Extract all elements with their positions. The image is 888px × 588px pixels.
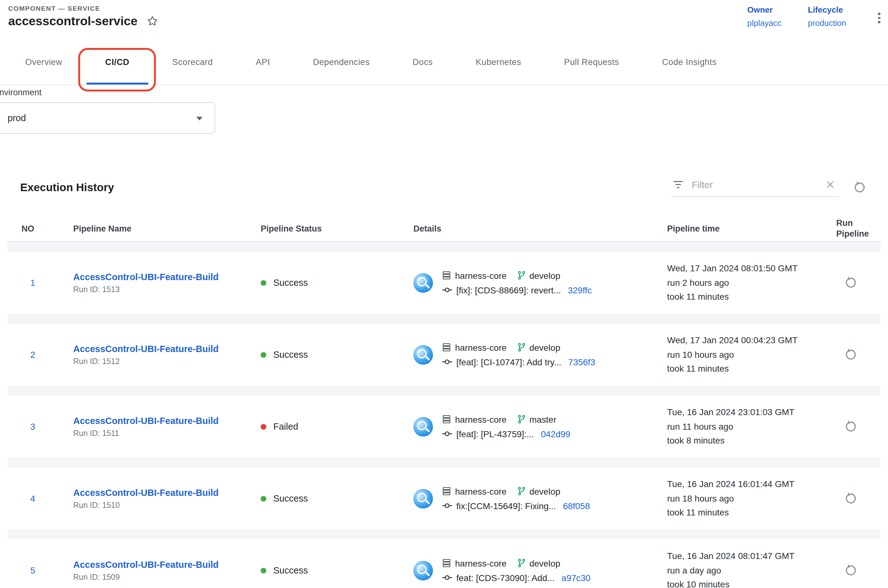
page: COMPONENT — SERVICE accesscontrol-servic… [0,0,888,588]
commit-icon [442,358,452,366]
tab-overview[interactable]: Overview [4,40,84,84]
row-number: 2 [21,350,73,360]
pipeline-time-cell: Tue, 16 Jan 2024 16:01:44 GMT run 18 hou… [667,477,836,520]
details-cell: harness-core develop [413,270,667,295]
owner-block: Owner plplayacc [747,5,781,28]
branch-name: develop [529,486,560,496]
column-pipeline-name: Pipeline Name [73,224,261,233]
branch-name: develop [529,558,560,568]
commit-hash-link[interactable]: 68f058 [563,501,590,511]
status-text: Failed [273,422,298,432]
branch-name: master [529,414,556,424]
tab-code-insights[interactable]: Code Insights [641,40,738,84]
execution-rows: 1 AccessControl-UBI-Feature-Build Run ID… [8,242,880,588]
run-pipeline-icon[interactable] [844,276,880,290]
tab-scorecard[interactable]: Scorecard [151,40,234,84]
refresh-icon[interactable] [853,180,867,194]
breadcrumb: COMPONENT — SERVICE [8,4,100,12]
commit-message: fix:[CCM-15649]: Fixing... [456,501,556,511]
pipeline-icon [413,345,433,364]
pipeline-name-cell: AccessControl-UBI-Feature-Build Run ID: … [73,344,261,366]
page-title: accesscontrol-service [8,14,138,28]
column-run-pipeline: Run Pipeline [836,218,877,239]
run-pipeline-icon[interactable] [844,420,880,434]
pipeline-name-link[interactable]: AccessControl-UBI-Feature-Build [73,559,261,569]
pipeline-name-cell: AccessControl-UBI-Feature-Build Run ID: … [73,559,261,581]
run-pipeline-cell [836,276,880,290]
details-cell: harness-core develop [413,342,667,367]
tab-api[interactable]: API [234,40,291,84]
time-run-ago: run a day ago [667,563,830,577]
commit-hash-link[interactable]: 7356f3 [568,357,595,367]
run-pipeline-icon[interactable] [844,348,880,362]
filter-input[interactable] [690,178,819,190]
status-text: Success [273,494,308,504]
pipeline-name-link[interactable]: AccessControl-UBI-Feature-Build [73,344,261,354]
tab-kubernetes[interactable]: Kubernetes [454,40,542,84]
time-duration: took 11 minutes [667,506,830,520]
row-separator [8,314,880,324]
pipeline-time-cell: Wed, 17 Jan 2024 00:04:23 GMT run 10 hou… [667,333,836,376]
pipeline-status-cell: Success [261,494,413,504]
git-branch-icon [517,271,526,280]
tab-ci-cd[interactable]: CI/CD [84,40,151,84]
favorite-star-icon[interactable] [146,15,159,28]
run-id: Run ID: 1512 [73,357,261,366]
run-pipeline-cell [836,420,880,434]
table-row: 1 AccessControl-UBI-Feature-Build Run ID… [8,252,880,314]
git-branch-icon [517,343,526,352]
details-cell: harness-core develop [413,486,667,511]
commit-icon [442,430,452,438]
environment-select[interactable]: prod [0,102,215,134]
pipeline-icon [413,561,433,580]
table-header-row: NO Pipeline Name Pipeline Status Details… [8,216,880,242]
repository-icon [442,271,451,280]
kebab-menu-icon[interactable] [873,13,885,28]
repository-icon [442,486,451,496]
time-date: Tue, 16 Jan 2024 08:01:47 GMT [667,549,830,563]
commit-hash-link[interactable]: 329ffc [568,285,592,295]
run-pipeline-icon[interactable] [844,492,880,506]
commit-icon [442,502,452,510]
status-dot [261,352,266,357]
branch-name: develop [529,342,560,352]
tab-bar: OverviewCI/CDScorecardAPIDependenciesDoc… [0,40,888,85]
pipeline-name-link[interactable]: AccessControl-UBI-Feature-Build [73,416,261,426]
lifecycle-block: Lifecycle production [808,5,846,28]
git-branch-icon [517,486,526,496]
row-number: 4 [21,494,73,504]
run-pipeline-icon[interactable] [844,563,880,577]
commit-hash-link[interactable]: a97c30 [561,573,590,583]
commit-message: [feat]: [CI-10747]: Add try... [456,357,561,367]
branch-name: develop [529,270,560,280]
table-row: 5 AccessControl-UBI-Feature-Build Run ID… [8,539,880,588]
pipeline-name-link[interactable]: AccessControl-UBI-Feature-Build [73,272,261,282]
pipeline-status-cell: Success [261,565,413,575]
pipeline-name-link[interactable]: AccessControl-UBI-Feature-Build [73,488,261,498]
dropdown-caret-icon [196,117,203,120]
clear-x-icon[interactable] [825,180,835,189]
status-text: Success [273,565,308,575]
time-duration: took 11 minutes [667,362,830,376]
owner-value-link[interactable]: plplayacc [747,18,781,28]
pipeline-name-cell: AccessControl-UBI-Feature-Build Run ID: … [73,272,261,294]
tab-dependencies[interactable]: Dependencies [291,40,391,84]
environment-selected-value: prod [8,113,26,123]
status-text: Success [273,350,308,360]
time-date: Tue, 16 Jan 2024 16:01:44 GMT [667,477,830,491]
tab-docs[interactable]: Docs [391,40,454,84]
row-number: 1 [21,278,73,288]
repository-name: harness-core [455,558,506,568]
commit-icon [442,286,452,294]
time-date: Tue, 16 Jan 2024 23:01:03 GMT [667,405,830,419]
commit-hash-link[interactable]: 042d99 [541,429,570,439]
repository-icon [442,414,451,424]
tab-pull-requests[interactable]: Pull Requests [543,40,641,84]
lifecycle-label: Lifecycle [808,5,846,15]
pipeline-time-cell: Tue, 16 Jan 2024 23:01:03 GMT run 11 hou… [667,405,836,448]
repository-icon [442,343,451,352]
time-date: Wed, 17 Jan 2024 00:04:23 GMT [667,333,830,347]
commit-message: [fix]: [CDS-88669]: revert... [456,285,561,295]
row-number: 5 [21,565,73,575]
page-header: COMPONENT — SERVICE accesscontrol-servic… [0,0,888,40]
